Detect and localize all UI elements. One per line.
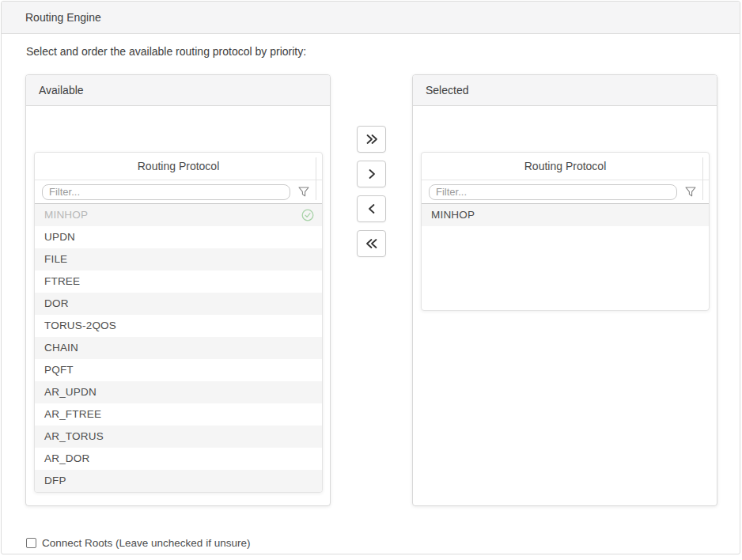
dual-listbox: Available Routing Protocol — [25, 74, 717, 506]
selected-grid: Routing Protocol MINHOP — [421, 152, 710, 311]
list-item[interactable]: AR_TORUS — [35, 426, 322, 448]
move-all-to-available-button[interactable] — [357, 230, 386, 257]
move-to-available-button[interactable] — [357, 195, 386, 222]
list-item-label: AR_FTREE — [44, 403, 312, 426]
list-item-label: DFP — [44, 470, 312, 492]
filter-funnel-icon[interactable] — [298, 187, 309, 197]
available-filter-row — [35, 180, 322, 204]
list-item[interactable]: DFP — [35, 470, 322, 492]
connect-roots-label: Connect Roots (Leave unchecked if unsure… — [42, 537, 250, 549]
available-filter-input[interactable] — [42, 184, 290, 200]
list-item-label: AR_DOR — [44, 448, 312, 470]
connect-roots-checkbox[interactable] — [26, 538, 36, 548]
routing-engine-card: Routing Engine Select and order the avai… — [1, 1, 740, 554]
list-item-label: CHAIN — [44, 337, 312, 359]
move-to-selected-button[interactable] — [357, 161, 386, 187]
list-item-label: AR_TORUS — [44, 426, 312, 448]
list-item: MINHOP — [35, 204, 322, 226]
instruction-text: Select and order the available routing p… — [26, 45, 717, 58]
list-item-label: DOR — [44, 293, 312, 315]
list-item[interactable]: UPDN — [35, 226, 322, 248]
list-item[interactable]: CHAIN — [35, 337, 322, 359]
transfer-buttons — [331, 74, 412, 257]
list-item-label: FILE — [44, 248, 312, 271]
list-item-label: MINHOP — [44, 204, 301, 226]
selected-grid-head: Routing Protocol — [422, 153, 709, 204]
list-item-label: MINHOP — [431, 204, 699, 226]
selected-filter-input[interactable] — [429, 184, 677, 200]
list-item[interactable]: AR_FTREE — [35, 403, 322, 426]
available-list: MINHOP UPDN FILE FTREE DOR TORUS-2QOS — [35, 204, 322, 492]
selected-filter-row — [422, 180, 709, 204]
double-chevron-left-icon — [365, 238, 379, 249]
available-panel-body: Routing Protocol MINHOP — [26, 152, 330, 493]
list-item[interactable]: AR_DOR — [35, 448, 322, 470]
list-item-label: TORUS-2QOS — [44, 315, 312, 337]
card-body: Select and order the available routing p… — [2, 45, 740, 551]
selected-panel: Selected Routing Protocol — [412, 74, 717, 506]
list-item[interactable]: FILE — [35, 248, 322, 271]
selected-column-header[interactable]: Routing Protocol — [422, 153, 709, 180]
card-title: Routing Engine — [25, 11, 101, 24]
available-panel-title: Available — [39, 84, 84, 96]
chevron-left-icon — [365, 203, 379, 214]
list-item[interactable]: MINHOP — [422, 204, 709, 226]
chevron-right-icon — [365, 168, 379, 180]
filter-funnel-icon[interactable] — [685, 187, 696, 197]
list-item[interactable]: FTREE — [35, 271, 322, 293]
move-all-to-selected-button[interactable] — [357, 126, 386, 153]
connect-roots-option[interactable]: Connect Roots (Leave unchecked if unsure… — [26, 537, 250, 549]
available-grid-head: Routing Protocol — [35, 153, 322, 204]
available-grid: Routing Protocol MINHOP — [34, 152, 323, 493]
available-panel: Available Routing Protocol — [25, 74, 331, 506]
selected-panel-title: Selected — [426, 84, 468, 96]
card-header: Routing Engine — [2, 2, 740, 34]
selected-panel-header: Selected — [413, 75, 717, 106]
list-item[interactable]: PQFT — [35, 359, 322, 381]
list-item[interactable]: TORUS-2QOS — [35, 315, 322, 337]
available-panel-header: Available — [26, 75, 330, 106]
double-chevron-right-icon — [365, 134, 379, 145]
list-item-label: UPDN — [44, 226, 312, 248]
selected-list: MINHOP — [422, 204, 709, 310]
list-item[interactable]: DOR — [35, 293, 322, 315]
already-selected-check-icon — [301, 209, 314, 221]
selected-panel-body: Routing Protocol MINHOP — [413, 152, 717, 311]
list-item[interactable]: AR_UPDN — [35, 381, 322, 403]
list-item-label: PQFT — [44, 359, 312, 381]
list-item-label: AR_UPDN — [44, 381, 312, 403]
available-column-header[interactable]: Routing Protocol — [35, 153, 322, 180]
list-item-label: FTREE — [44, 271, 312, 293]
